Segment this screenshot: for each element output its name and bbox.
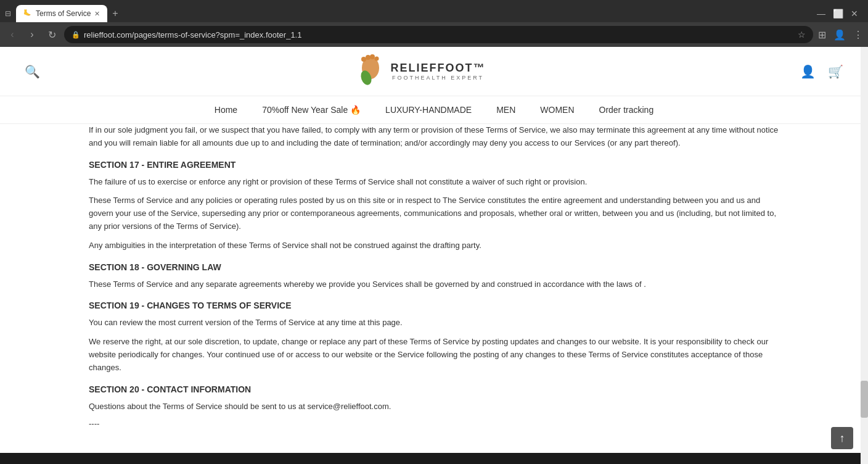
tab-title: Terms of Service — [36, 9, 91, 18]
search-icon[interactable]: 🔍 — [25, 64, 40, 79]
nav-order-tracking[interactable]: Order tracking — [599, 105, 654, 115]
close-button[interactable]: ✕ — [851, 9, 858, 19]
url-text: relieffoot.com/pages/terms-of-service?sp… — [84, 30, 798, 39]
active-tab[interactable]: 🦶 Terms of Service ✕ — [16, 5, 107, 22]
site-footer: Shop Home 70% off New Year Sale 🔥 Foot M… — [0, 453, 868, 464]
scroll-top-button[interactable]: ↑ — [831, 427, 853, 449]
section20-p1: Questions about the Terms of Service sho… — [89, 400, 779, 413]
website: 🔍 RELIEFFOOT™ FOOTHEALTH EX — [0, 47, 868, 464]
address-bar[interactable]: 🔒 relieffoot.com/pages/terms-of-service?… — [64, 26, 813, 43]
svg-point-4 — [374, 57, 379, 61]
nav-women[interactable]: WOMEN — [540, 105, 574, 115]
section17-p3: Any ambiguities in the interpretation of… — [89, 239, 779, 252]
page-content: If in our sole judgment you fail, or we … — [64, 124, 804, 428]
scrollbar-track[interactable] — [861, 47, 868, 464]
maximize-button[interactable]: ⬜ — [833, 9, 843, 19]
nav-men[interactable]: MEN — [496, 105, 515, 115]
intro-paragraph: If in our sole judgment you fail, or we … — [89, 124, 779, 150]
nav-home[interactable]: Home — [215, 105, 237, 115]
section19-p2: We reserve the right, at our sole discre… — [89, 336, 779, 374]
section18-p1: These Terms of Service and any separate … — [89, 278, 779, 291]
refresh-button[interactable]: ↻ — [44, 29, 59, 41]
svg-point-1 — [361, 57, 366, 62]
tab-close-button[interactable]: ✕ — [94, 10, 100, 18]
header-left: 🔍 — [25, 64, 40, 79]
logo[interactable]: RELIEFFOOT™ FOOTHEALTH EXPERT — [355, 54, 486, 88]
svg-point-3 — [370, 54, 375, 59]
bookmark-icon[interactable]: ☆ — [798, 30, 806, 39]
logo-text: RELIEFFOOT™ FOOTHEALTH EXPERT — [391, 62, 486, 81]
header-center: RELIEFFOOT™ FOOTHEALTH EXPERT — [355, 54, 486, 88]
address-bar-row: ‹ › ↻ 🔒 relieffoot.com/pages/terms-of-se… — [0, 22, 868, 47]
section17-heading: SECTION 17 - ENTIRE AGREEMENT — [89, 160, 779, 170]
new-tab-button[interactable]: + — [107, 8, 123, 19]
cart-icon[interactable]: 🛒 — [828, 64, 843, 79]
section20-heading: SECTION 20 - CONTACT INFORMATION — [89, 384, 779, 394]
back-button[interactable]: ‹ — [5, 29, 20, 40]
extensions-icon[interactable]: ⊞ — [818, 29, 826, 41]
section18-heading: SECTION 18 - GOVERNING LAW — [89, 262, 779, 272]
logo-name: RELIEFFOOT™ — [391, 62, 486, 75]
nav-sale[interactable]: 70%off New Year Sale 🔥 — [262, 105, 361, 115]
svg-point-2 — [366, 55, 371, 60]
tab-favicon: 🦶 — [23, 9, 32, 18]
logo-sub: FOOTHEALTH EXPERT — [391, 75, 486, 81]
logo-svg — [355, 54, 386, 88]
header-right: 👤 🛒 — [800, 64, 843, 79]
account-icon[interactable]: 👤 — [800, 64, 816, 79]
section17-p1: The failure of us to exercise or enforce… — [89, 176, 779, 189]
nav-luxury[interactable]: LUXURY-HANDMADE — [385, 105, 472, 115]
site-nav: Home 70%off New Year Sale 🔥 LUXURY-HANDM… — [0, 96, 868, 124]
site-header: 🔍 RELIEFFOOT™ FOOTHEALTH EX — [0, 47, 868, 96]
section19-p1: You can review the most current version … — [89, 317, 779, 329]
divider: ---- — [89, 419, 779, 428]
profile-icon[interactable]: 👤 — [833, 29, 846, 41]
section19-heading: SECTION 19 - CHANGES TO TERMS OF SERVICE — [89, 300, 779, 310]
browser-menu-icon[interactable]: ⊟ — [5, 9, 11, 18]
security-icon: 🔒 — [72, 31, 80, 39]
browser-chrome: ⊟ 🦶 Terms of Service ✕ + — ⬜ ✕ ‹ › ↻ 🔒 r… — [0, 0, 868, 47]
tab-bar: ⊟ 🦶 Terms of Service ✕ + — ⬜ ✕ — [0, 0, 868, 22]
minimize-button[interactable]: — — [817, 9, 825, 19]
browser-toolbar: ⊞ 👤 ⋮ — [818, 29, 863, 41]
forward-button[interactable]: › — [25, 29, 39, 40]
menu-icon[interactable]: ⋮ — [853, 29, 863, 41]
scrollbar-thumb[interactable] — [861, 381, 868, 418]
window-controls: — ⬜ ✕ — [817, 9, 863, 19]
section17-p2: These Terms of Service and any policies … — [89, 194, 779, 233]
